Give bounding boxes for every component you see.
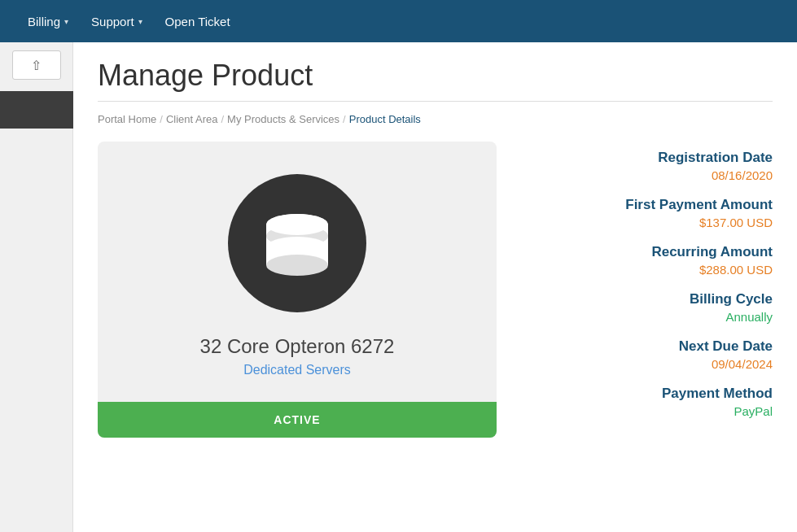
product-type: Dedicated Servers <box>243 363 351 377</box>
billing-cycle-value: Annually <box>529 310 773 324</box>
info-panel: Registration Date 08/16/2020 First Payme… <box>529 142 773 433</box>
product-icon-circle <box>228 174 366 312</box>
product-name: 32 Core Opteron 6272 <box>200 335 395 358</box>
billing-cycle-label: Billing Cycle <box>529 291 773 307</box>
page-wrapper: ⇧ Manage Product Portal Home / Client Ar… <box>0 42 797 532</box>
open-ticket-nav-label: Open Ticket <box>165 15 230 28</box>
content-row: 32 Core Opteron 6272 Dedicated Servers A… <box>98 142 773 438</box>
recurring-amount-value: $288.00 USD <box>529 263 773 277</box>
breadcrumb-sep-2: / <box>221 113 224 125</box>
payment-method-label: Payment Method <box>529 386 773 402</box>
registration-date-label: Registration Date <box>529 150 773 166</box>
billing-nav[interactable]: Billing ▾ <box>16 0 80 42</box>
first-payment-value: $137.00 USD <box>529 216 773 229</box>
product-card: 32 Core Opteron 6272 Dedicated Servers A… <box>98 142 497 438</box>
payment-method-row: Payment Method PayPal <box>529 386 773 418</box>
database-icon <box>261 207 334 280</box>
page-divider <box>98 101 773 102</box>
open-ticket-nav[interactable]: Open Ticket <box>154 0 242 42</box>
breadcrumb: Portal Home / Client Area / My Products … <box>98 113 773 125</box>
breadcrumb-portal-home[interactable]: Portal Home <box>98 113 156 125</box>
breadcrumb-sep-1: / <box>160 113 163 125</box>
recurring-amount-label: Recurring Amount <box>529 244 773 260</box>
first-payment-label: First Payment Amount <box>529 197 773 213</box>
support-nav-label: Support <box>91 15 134 28</box>
sidebar-toggle[interactable]: ⇧ <box>12 50 61 80</box>
product-status: ACTIVE <box>98 402 497 438</box>
payment-method-value: PayPal <box>529 404 773 418</box>
next-due-row: Next Due Date 09/04/2024 <box>529 338 773 371</box>
sidebar-dark-block <box>0 91 73 129</box>
sidebar: ⇧ <box>0 42 73 532</box>
main-content: Manage Product Portal Home / Client Area… <box>73 42 797 532</box>
product-card-body: 32 Core Opteron 6272 Dedicated Servers <box>98 142 497 402</box>
breadcrumb-my-products[interactable]: My Products & Services <box>227 113 339 125</box>
registration-date-value: 08/16/2020 <box>529 168 773 182</box>
first-payment-row: First Payment Amount $137.00 USD <box>529 197 773 229</box>
breadcrumb-product-details: Product Details <box>349 113 421 125</box>
breadcrumb-client-area[interactable]: Client Area <box>166 113 218 125</box>
registration-date-row: Registration Date 08/16/2020 <box>529 150 773 182</box>
billing-nav-label: Billing <box>28 15 60 28</box>
breadcrumb-sep-3: / <box>343 113 346 125</box>
page-title: Manage Product <box>98 59 773 93</box>
support-nav[interactable]: Support ▾ <box>80 0 154 42</box>
billing-cycle-row: Billing Cycle Annually <box>529 291 773 324</box>
next-due-value: 09/04/2024 <box>529 357 773 371</box>
svg-point-7 <box>266 214 328 235</box>
next-due-label: Next Due Date <box>529 338 773 355</box>
svg-point-6 <box>266 255 328 276</box>
chevron-up-icon: ⇧ <box>31 58 42 73</box>
support-chevron-icon: ▾ <box>138 17 142 26</box>
recurring-amount-row: Recurring Amount $288.00 USD <box>529 244 773 277</box>
billing-chevron-icon: ▾ <box>64 17 68 26</box>
top-nav: Billing ▾ Support ▾ Open Ticket <box>0 0 797 42</box>
